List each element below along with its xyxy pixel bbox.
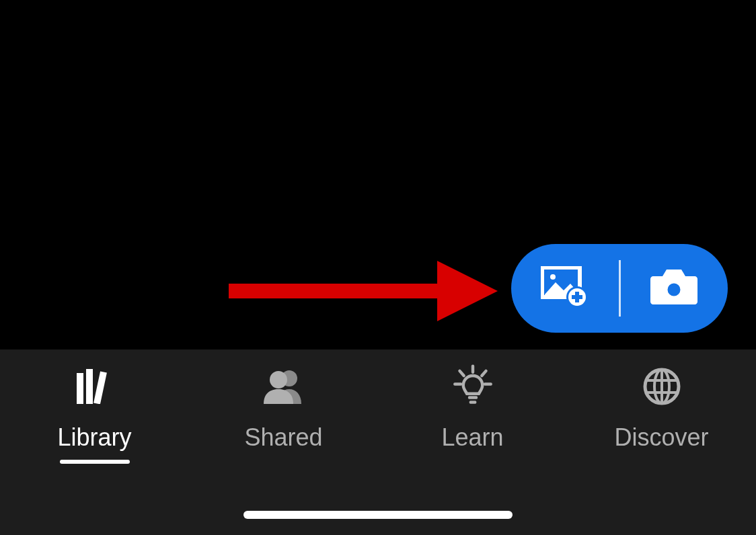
add-photo-button[interactable] <box>511 244 619 333</box>
svg-point-1 <box>550 274 556 280</box>
svg-rect-21 <box>469 401 476 403</box>
tab-label: Learn <box>441 423 503 452</box>
camera-icon <box>650 268 697 308</box>
tab-label: Discover <box>614 423 708 452</box>
tab-label: Shared <box>244 423 322 452</box>
svg-line-17 <box>482 371 486 376</box>
bottom-tab-bar: Library Shared <box>0 349 756 535</box>
svg-point-14 <box>270 371 287 388</box>
svg-rect-5 <box>572 295 582 299</box>
floating-action-button <box>511 244 728 333</box>
image-add-icon <box>541 266 589 311</box>
tab-label: Library <box>57 423 131 452</box>
annotation-arrow <box>229 261 498 321</box>
books-icon <box>73 368 116 405</box>
tab-discover[interactable]: Discover <box>567 349 756 535</box>
people-icon <box>262 368 305 405</box>
svg-rect-10 <box>77 373 83 404</box>
active-underline <box>60 460 130 464</box>
tab-learn[interactable]: Learn <box>378 349 567 535</box>
globe-icon <box>640 368 683 405</box>
svg-rect-20 <box>467 396 477 399</box>
svg-line-16 <box>459 371 463 376</box>
lightbulb-icon <box>451 368 494 405</box>
svg-rect-12 <box>93 371 107 404</box>
svg-marker-9 <box>437 261 498 321</box>
svg-rect-8 <box>229 284 444 298</box>
home-indicator[interactable] <box>243 511 513 519</box>
svg-rect-11 <box>86 369 93 404</box>
tab-library[interactable]: Library <box>0 349 189 535</box>
camera-button[interactable] <box>621 244 728 333</box>
tab-shared[interactable]: Shared <box>189 349 378 535</box>
